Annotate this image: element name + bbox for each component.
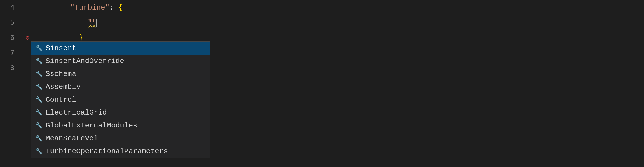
- autocomplete-item-schema[interactable]: $schema: [31, 68, 210, 80]
- text-cursor: [96, 19, 97, 27]
- autocomplete-label-insertAndOverride: $insertAndOverride: [46, 57, 124, 65]
- line-content-5: "": [32, 10, 644, 35]
- autocomplete-item-electricalGrid[interactable]: ElectricalGrid: [31, 106, 210, 119]
- wrench-icon-assembly: [36, 83, 42, 91]
- wrench-icon-insert: [36, 45, 42, 52]
- line-number-5: 5: [0, 18, 22, 27]
- autocomplete-label-schema: $schema: [46, 70, 76, 78]
- autocomplete-item-insert[interactable]: $insert: [31, 42, 210, 55]
- wrench-icon-electricalGrid: [36, 109, 42, 116]
- wrench-icon-meanSeaLevel: [36, 135, 42, 142]
- line-number-7: 7: [0, 49, 22, 57]
- line-number-8: 8: [0, 64, 22, 72]
- editor-container: 4 "Turbine": { 5 "" 6 ⊘ }: [0, 0, 644, 167]
- line-number-6: 6: [0, 34, 22, 42]
- wrench-icon-control: [36, 96, 42, 103]
- autocomplete-label-turbineOperationalParameters: TurbineOperationalParameters: [46, 147, 168, 156]
- autocomplete-item-turbineOperationalParameters[interactable]: TurbineOperationalParameters: [31, 145, 210, 158]
- autocomplete-item-globalExternalModules[interactable]: GlobalExternalModules: [31, 119, 210, 132]
- wrench-icon-globalExternalModules: [36, 122, 42, 129]
- autocomplete-dropdown: $insert $insertAndOverride $schema Assem…: [31, 41, 210, 158]
- autocomplete-item-insertAndOverride[interactable]: $insertAndOverride: [31, 55, 210, 68]
- autocomplete-label-assembly: Assembly: [46, 83, 81, 91]
- autocomplete-label-insert: $insert: [46, 44, 76, 52]
- gutter-6: ⊘: [22, 34, 32, 42]
- autocomplete-item-control[interactable]: Control: [31, 93, 210, 106]
- wrench-icon-turbineOperationalParameters: [36, 148, 42, 155]
- wrench-icon-schema: [36, 70, 42, 78]
- autocomplete-label-electricalGrid: ElectricalGrid: [46, 108, 107, 117]
- error-gutter-icon: ⊘: [25, 34, 29, 42]
- autocomplete-label-globalExternalModules: GlobalExternalModules: [46, 121, 137, 130]
- autocomplete-label-meanSeaLevel: MeanSeaLevel: [46, 134, 98, 143]
- autocomplete-item-meanSeaLevel[interactable]: MeanSeaLevel: [31, 132, 210, 145]
- autocomplete-item-assembly[interactable]: Assembly: [31, 80, 210, 93]
- code-line-5: 5 "": [0, 15, 644, 30]
- autocomplete-label-control: Control: [46, 96, 76, 104]
- wrench-icon-insertAndOverride: [36, 57, 42, 65]
- token-empty-string: "": [88, 18, 96, 27]
- token-indent-5: [70, 18, 88, 27]
- line-number-4: 4: [0, 3, 22, 12]
